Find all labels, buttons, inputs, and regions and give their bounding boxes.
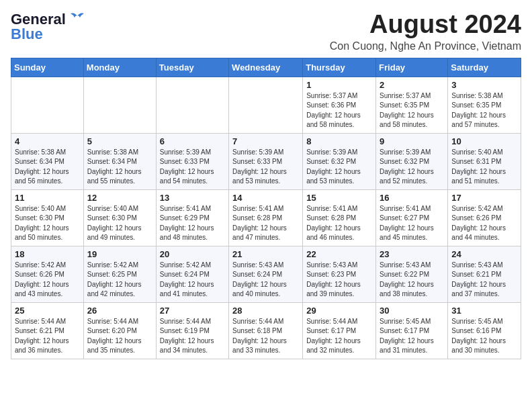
- day-number: 5: [87, 136, 152, 146]
- day-info: Sunrise: 5:41 AM Sunset: 6:27 PM Dayligh…: [380, 204, 444, 243]
- day-info: Sunrise: 5:45 AM Sunset: 6:17 PM Dayligh…: [380, 317, 444, 356]
- day-info: Sunrise: 5:42 AM Sunset: 6:24 PM Dayligh…: [160, 261, 225, 300]
- day-number: 13: [160, 193, 225, 203]
- calendar-week-row: 25Sunrise: 5:44 AM Sunset: 6:21 PM Dayli…: [11, 302, 521, 359]
- day-info: Sunrise: 5:44 AM Sunset: 6:17 PM Dayligh…: [306, 317, 372, 356]
- calendar-subtitle: Con Cuong, Nghe An Province, Vietnam: [330, 40, 521, 52]
- day-info: Sunrise: 5:45 AM Sunset: 6:16 PM Dayligh…: [451, 317, 517, 356]
- calendar-cell: 1Sunrise: 5:37 AM Sunset: 6:36 PM Daylig…: [303, 77, 376, 133]
- calendar-cell: 11Sunrise: 5:40 AM Sunset: 6:30 PM Dayli…: [11, 189, 84, 246]
- calendar-cell: [229, 77, 303, 133]
- day-info: Sunrise: 5:39 AM Sunset: 6:33 PM Dayligh…: [160, 148, 225, 187]
- day-number: 27: [160, 306, 225, 316]
- day-number: 11: [15, 193, 80, 203]
- day-info: Sunrise: 5:39 AM Sunset: 6:32 PM Dayligh…: [380, 148, 444, 187]
- calendar-cell: 31Sunrise: 5:45 AM Sunset: 6:16 PM Dayli…: [448, 302, 521, 359]
- calendar-cell: 15Sunrise: 5:41 AM Sunset: 6:28 PM Dayli…: [303, 189, 376, 246]
- calendar-cell: 23Sunrise: 5:43 AM Sunset: 6:22 PM Dayli…: [376, 246, 448, 302]
- day-info: Sunrise: 5:43 AM Sunset: 6:24 PM Dayligh…: [232, 261, 299, 300]
- calendar-cell: 14Sunrise: 5:41 AM Sunset: 6:28 PM Dayli…: [229, 189, 303, 246]
- day-number: 23: [380, 249, 444, 259]
- day-number: 19: [87, 249, 152, 259]
- day-info: Sunrise: 5:42 AM Sunset: 6:26 PM Dayligh…: [15, 261, 80, 300]
- day-number: 25: [15, 306, 80, 316]
- day-info: Sunrise: 5:41 AM Sunset: 6:28 PM Dayligh…: [232, 204, 299, 243]
- calendar-cell: 8Sunrise: 5:39 AM Sunset: 6:32 PM Daylig…: [303, 133, 376, 189]
- calendar-cell: 18Sunrise: 5:42 AM Sunset: 6:26 PM Dayli…: [11, 246, 84, 302]
- day-number: 31: [451, 306, 517, 316]
- column-header-thursday: Thursday: [303, 58, 376, 77]
- calendar-cell: 22Sunrise: 5:43 AM Sunset: 6:23 PM Dayli…: [303, 246, 376, 302]
- day-info: Sunrise: 5:43 AM Sunset: 6:22 PM Dayligh…: [380, 261, 444, 300]
- day-info: Sunrise: 5:43 AM Sunset: 6:21 PM Dayligh…: [451, 261, 517, 300]
- day-info: Sunrise: 5:40 AM Sunset: 6:31 PM Dayligh…: [451, 148, 517, 187]
- calendar-cell: 29Sunrise: 5:44 AM Sunset: 6:17 PM Dayli…: [303, 302, 376, 359]
- column-header-tuesday: Tuesday: [156, 58, 228, 77]
- day-number: 17: [451, 193, 517, 203]
- calendar-cell: 5Sunrise: 5:38 AM Sunset: 6:34 PM Daylig…: [83, 133, 156, 189]
- calendar-week-row: 1Sunrise: 5:37 AM Sunset: 6:36 PM Daylig…: [11, 77, 521, 133]
- day-info: Sunrise: 5:44 AM Sunset: 6:21 PM Dayligh…: [15, 317, 80, 356]
- day-number: 2: [380, 80, 444, 90]
- day-number: 6: [160, 136, 225, 146]
- day-info: Sunrise: 5:38 AM Sunset: 6:34 PM Dayligh…: [15, 148, 80, 187]
- day-number: 7: [232, 136, 299, 146]
- day-number: 14: [232, 193, 299, 203]
- header: General Blue August 2024 Con Cuong, Nghe…: [11, 11, 521, 52]
- calendar-title: August 2024: [330, 11, 521, 39]
- column-header-sunday: Sunday: [11, 58, 84, 77]
- title-area: August 2024 Con Cuong, Nghe An Province,…: [330, 11, 521, 52]
- day-info: Sunrise: 5:39 AM Sunset: 6:33 PM Dayligh…: [232, 148, 299, 187]
- logo-bird-icon: [68, 12, 87, 24]
- column-header-friday: Friday: [376, 58, 448, 77]
- day-number: 10: [451, 136, 517, 146]
- calendar-cell: 25Sunrise: 5:44 AM Sunset: 6:21 PM Dayli…: [11, 302, 84, 359]
- day-number: 4: [15, 136, 80, 146]
- calendar-header-row: SundayMondayTuesdayWednesdayThursdayFrid…: [11, 58, 521, 77]
- day-info: Sunrise: 5:44 AM Sunset: 6:18 PM Dayligh…: [232, 317, 299, 356]
- calendar-table: SundayMondayTuesdayWednesdayThursdayFrid…: [11, 58, 521, 359]
- logo: General Blue: [11, 11, 87, 43]
- calendar-cell: [156, 77, 228, 133]
- calendar-week-row: 11Sunrise: 5:40 AM Sunset: 6:30 PM Dayli…: [11, 189, 521, 246]
- calendar-cell: 17Sunrise: 5:42 AM Sunset: 6:26 PM Dayli…: [448, 189, 521, 246]
- logo-blue: Blue: [11, 26, 43, 43]
- day-number: 8: [306, 136, 372, 146]
- calendar-cell: 27Sunrise: 5:44 AM Sunset: 6:19 PM Dayli…: [156, 302, 228, 359]
- day-info: Sunrise: 5:37 AM Sunset: 6:36 PM Dayligh…: [306, 91, 372, 130]
- day-number: 9: [380, 136, 444, 146]
- calendar-cell: 21Sunrise: 5:43 AM Sunset: 6:24 PM Dayli…: [229, 246, 303, 302]
- day-info: Sunrise: 5:42 AM Sunset: 6:25 PM Dayligh…: [87, 261, 152, 300]
- calendar-cell: 20Sunrise: 5:42 AM Sunset: 6:24 PM Dayli…: [156, 246, 228, 302]
- calendar-cell: 13Sunrise: 5:41 AM Sunset: 6:29 PM Dayli…: [156, 189, 228, 246]
- day-number: 16: [380, 193, 444, 203]
- day-info: Sunrise: 5:40 AM Sunset: 6:30 PM Dayligh…: [15, 204, 80, 243]
- day-info: Sunrise: 5:41 AM Sunset: 6:29 PM Dayligh…: [160, 204, 225, 243]
- calendar-cell: 16Sunrise: 5:41 AM Sunset: 6:27 PM Dayli…: [376, 189, 448, 246]
- calendar-cell: 6Sunrise: 5:39 AM Sunset: 6:33 PM Daylig…: [156, 133, 228, 189]
- day-number: 28: [232, 306, 299, 316]
- calendar-cell: 28Sunrise: 5:44 AM Sunset: 6:18 PM Dayli…: [229, 302, 303, 359]
- day-number: 26: [87, 306, 152, 316]
- calendar-cell: 7Sunrise: 5:39 AM Sunset: 6:33 PM Daylig…: [229, 133, 303, 189]
- calendar-cell: 4Sunrise: 5:38 AM Sunset: 6:34 PM Daylig…: [11, 133, 84, 189]
- day-info: Sunrise: 5:42 AM Sunset: 6:26 PM Dayligh…: [451, 204, 517, 243]
- calendar-week-row: 18Sunrise: 5:42 AM Sunset: 6:26 PM Dayli…: [11, 246, 521, 302]
- day-number: 21: [232, 249, 299, 259]
- calendar-cell: 24Sunrise: 5:43 AM Sunset: 6:21 PM Dayli…: [448, 246, 521, 302]
- calendar-cell: 9Sunrise: 5:39 AM Sunset: 6:32 PM Daylig…: [376, 133, 448, 189]
- day-number: 29: [306, 306, 372, 316]
- day-info: Sunrise: 5:44 AM Sunset: 6:20 PM Dayligh…: [87, 317, 152, 356]
- calendar-cell: 12Sunrise: 5:40 AM Sunset: 6:30 PM Dayli…: [83, 189, 156, 246]
- day-info: Sunrise: 5:44 AM Sunset: 6:19 PM Dayligh…: [160, 317, 225, 356]
- calendar-cell: [11, 77, 84, 133]
- column-header-monday: Monday: [83, 58, 156, 77]
- day-info: Sunrise: 5:41 AM Sunset: 6:28 PM Dayligh…: [306, 204, 372, 243]
- day-number: 22: [306, 249, 372, 259]
- calendar-cell: 26Sunrise: 5:44 AM Sunset: 6:20 PM Dayli…: [83, 302, 156, 359]
- day-info: Sunrise: 5:37 AM Sunset: 6:35 PM Dayligh…: [380, 91, 444, 130]
- day-info: Sunrise: 5:43 AM Sunset: 6:23 PM Dayligh…: [306, 261, 372, 300]
- calendar-cell: 10Sunrise: 5:40 AM Sunset: 6:31 PM Dayli…: [448, 133, 521, 189]
- day-info: Sunrise: 5:39 AM Sunset: 6:32 PM Dayligh…: [306, 148, 372, 187]
- column-header-saturday: Saturday: [448, 58, 521, 77]
